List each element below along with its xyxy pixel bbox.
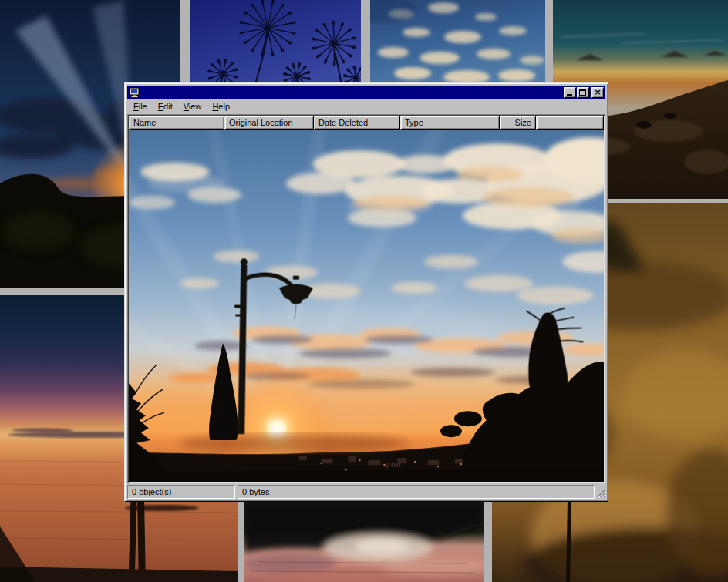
resize-grip[interactable] — [596, 485, 605, 499]
window-titlebar[interactable]: × — [127, 86, 605, 99]
minimize-icon — [567, 94, 572, 96]
menu-file[interactable]: File — [128, 100, 153, 113]
wallpaper-tile-dried-flowers — [190, 0, 361, 85]
status-object-count: 0 object(s) — [127, 485, 235, 499]
list-viewport-photo[interactable]: pno — [129, 130, 604, 482]
computer-icon[interactable] — [129, 87, 141, 98]
photo-watermark: pno — [386, 460, 402, 469]
desktop: { "theme":{ "titlebar_color":"#000080", … — [0, 0, 728, 582]
menu-help[interactable]: Help — [207, 100, 235, 113]
column-header-row: NameOriginal LocationDate DeletedTypeSiz… — [129, 116, 604, 130]
maximize-icon — [579, 89, 586, 96]
resize-grip-icon — [596, 489, 605, 498]
column-header-type[interactable]: Type — [400, 116, 500, 130]
column-header-original-location[interactable]: Original Location — [224, 116, 314, 130]
menu-view[interactable]: View — [178, 100, 207, 113]
status-size: 0 bytes — [238, 485, 595, 499]
wallpaper-tile-water-reflection — [244, 502, 484, 582]
wallpaper-tile-cloud-sky — [370, 0, 545, 85]
menu-edit[interactable]: Edit — [153, 100, 178, 113]
minimize-button[interactable] — [564, 87, 576, 98]
status-bar: 0 object(s) 0 bytes — [127, 485, 605, 499]
maximize-button[interactable] — [577, 87, 589, 98]
column-header-date-deleted[interactable]: Date Deleted — [314, 116, 400, 130]
recycle-bin-window: × FileEditViewHelp NameOriginal Location… — [124, 82, 608, 502]
column-header-size[interactable]: Size — [500, 116, 536, 130]
column-header-filler[interactable] — [536, 116, 604, 130]
file-list-view[interactable]: NameOriginal LocationDate DeletedTypeSiz… — [127, 114, 605, 483]
close-icon: × — [592, 88, 603, 97]
close-button[interactable]: × — [592, 87, 604, 98]
menu-bar: FileEditViewHelp — [127, 99, 605, 114]
column-header-name[interactable]: Name — [129, 116, 224, 130]
